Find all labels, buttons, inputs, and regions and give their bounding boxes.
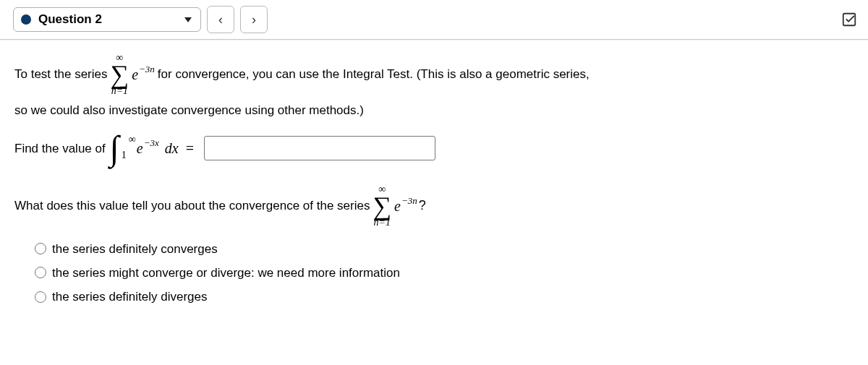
sum-lower: n=1 xyxy=(374,218,391,228)
integral-notation: ∫ ∞ 1 xyxy=(110,134,119,162)
sigma-icon: ∑ xyxy=(111,61,129,87)
option-converges[interactable]: the series definitely converges xyxy=(35,239,854,259)
chevron-left-icon: ‹ xyxy=(218,12,223,27)
convergence-options: the series definitely converges the seri… xyxy=(35,239,854,307)
text-segment: What does this value tell you about the … xyxy=(14,196,370,215)
text-segment: so we could also investigate convergence… xyxy=(14,100,364,120)
question-mark: ? xyxy=(419,195,426,216)
edit-check-icon xyxy=(841,12,857,27)
radio-input[interactable] xyxy=(35,267,46,278)
series-term: e−3n xyxy=(132,63,155,86)
chevron-down-icon xyxy=(184,17,192,22)
text-segment: Find the value of xyxy=(14,139,106,158)
option-inconclusive[interactable]: the series might converge or diverge: we… xyxy=(35,263,854,283)
int-upper: ∞ xyxy=(129,132,136,147)
radio-input[interactable] xyxy=(35,243,46,254)
integral-answer-input[interactable] xyxy=(204,136,435,160)
question-body: To test the series ∞ ∑ n=1 e−3n for conv… xyxy=(0,40,868,318)
text-segment: for convergence, you can use the Integra… xyxy=(158,64,590,84)
option-diverges[interactable]: the series definitely diverges xyxy=(35,287,854,306)
equals-sign: = xyxy=(186,137,194,160)
edit-button[interactable] xyxy=(839,9,859,30)
int-lower: 1 xyxy=(122,147,127,163)
radio-input[interactable] xyxy=(35,291,46,303)
series-term: e−3n xyxy=(394,194,417,218)
sigma-notation: ∞ ∑ n=1 xyxy=(111,53,129,96)
question-selector[interactable]: Question 2 xyxy=(13,7,201,32)
question-title: Question 2 xyxy=(38,12,102,27)
sigma-notation: ∞ ∑ n=1 xyxy=(373,184,391,228)
sum-lower: n=1 xyxy=(111,86,128,96)
chevron-right-icon: › xyxy=(252,12,256,27)
option-label: the series definitely diverges xyxy=(52,287,208,306)
next-button[interactable]: › xyxy=(240,6,268,33)
status-dot-icon xyxy=(21,14,31,25)
option-label: the series might converge or diverge: we… xyxy=(52,263,400,283)
text-segment: To test the series xyxy=(14,64,108,84)
option-label: the series definitely converges xyxy=(52,239,218,259)
integrand: e−3x xyxy=(137,137,159,160)
dx: dx xyxy=(165,137,179,160)
svg-rect-0 xyxy=(843,14,856,26)
integral-icon: ∫ xyxy=(110,134,119,162)
sigma-icon: ∑ xyxy=(373,193,391,219)
question-header: Question 2 ‹ › xyxy=(0,0,868,40)
prev-button[interactable]: ‹ xyxy=(207,6,234,33)
